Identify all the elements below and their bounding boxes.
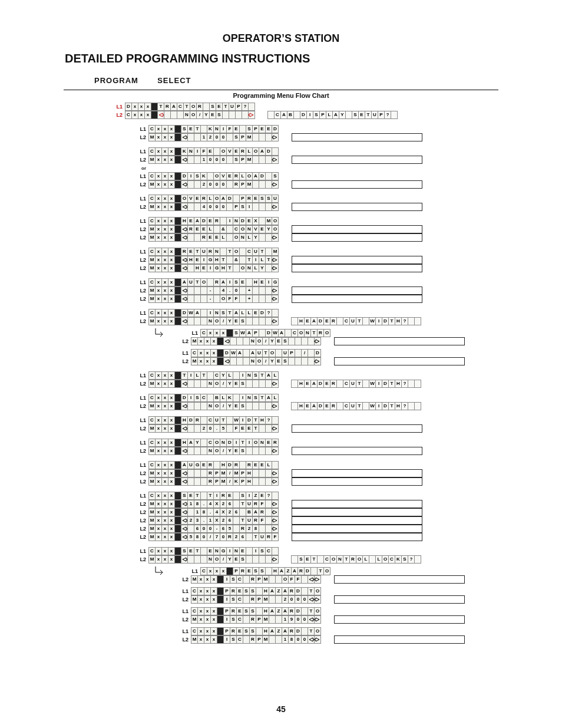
lcd-line: Mxxx NO/YES [149, 380, 279, 388]
blank-box [292, 225, 422, 233]
lcd-line: MxxxREEL & CONVEYO [149, 225, 279, 233]
row-label: L2 [112, 534, 149, 540]
lcd-line: CxxxHAY CONDITIONER [149, 439, 279, 447]
lcd-line: CxxxDISC BLK INSTAL [149, 394, 279, 402]
lcd-line: CxxxHEADER INDEX MO [149, 217, 279, 225]
subtitle: PROGRAM SELECT [94, 76, 562, 85]
row-label: L1 [112, 373, 149, 378]
row-label: L2 [88, 112, 125, 118]
row-label: L2 [112, 426, 149, 431]
row-label: L1 [112, 218, 149, 224]
flow-row: L1 CxxxHAY CONDITIONER [112, 439, 562, 447]
blank-box [334, 357, 465, 365]
flow-row: L2 MxxxISC RPM 2000 [154, 595, 562, 604]
lcd-line: MxxxISC RPM 1900 [191, 615, 321, 624]
flow-row: L2 Mxxx NO/YES HEADER CUT WIDTH? [112, 317, 562, 325]
row-label: L2 [112, 518, 149, 523]
row-label: L1 [112, 395, 149, 401]
row-label: L1 [154, 628, 191, 634]
row-label: L2 [112, 265, 149, 271]
lcd-line: MxxxHEIGHT & TILT [149, 256, 279, 264]
flow-row: L2 Mxxx RPM/MPH [112, 469, 562, 477]
blank-box [292, 508, 422, 516]
row-label: L2 [112, 257, 149, 263]
lcd-line: Mxxx - 4.0 + [149, 286, 279, 295]
row-label: L2 [112, 235, 149, 241]
blank-box [292, 469, 422, 477]
row-label: L2 [154, 338, 191, 344]
lcd-line: Mxxx23.1X26 TURF [149, 516, 279, 525]
row-label: L1 [112, 173, 149, 179]
lcd-line: CxxxPRESS HAZARD TO [201, 567, 330, 575]
blank-box [334, 635, 465, 644]
blank-box [334, 615, 465, 624]
lcd-line: CxxxTILT CYL INSTAL [149, 371, 279, 380]
row-label: L2 [154, 577, 191, 582]
flow-row: L2 Mxxx 600-65 R28 [112, 525, 562, 533]
row-label: L2 [154, 358, 191, 364]
lcd-line: Mxxx NO/YES [149, 555, 279, 564]
row-label: L2 [112, 403, 149, 409]
row-label: L2 [112, 204, 149, 210]
row-label: L1 [112, 310, 149, 316]
blank-box [334, 337, 465, 345]
flow-row: L2 MxxxREEL & CONVEYO [112, 225, 562, 233]
side-box: HEADER CUT WIDTH? [292, 402, 421, 410]
flow-row: L2 Mxxx - 4.0 + [112, 286, 562, 295]
flow-row: L2 Mxxx - OFF + [112, 295, 562, 303]
branch-icon [154, 328, 164, 338]
blank-box [292, 525, 422, 533]
flow-row: L1 CxxxKNIFE OVERLOAD [112, 147, 562, 156]
row-label: L2 [112, 448, 149, 454]
flow-row: L1 CxxxHDR CUT WIDTH? [112, 416, 562, 424]
flow-row: L2 Mxxx NO/YES [154, 337, 562, 345]
row-label: L1 [112, 149, 149, 154]
flow-row: L2 Mxxx23.1X26 TURF [112, 516, 562, 525]
row-label: L1 [112, 249, 149, 255]
row-label: L1 [112, 548, 149, 554]
blank-box [334, 575, 465, 584]
row-label: L1 [112, 417, 149, 423]
lcd-line: CxxxSET KNIFE SPEED [149, 125, 279, 133]
row-label: L2 [112, 470, 149, 476]
row-label: L2 [112, 318, 149, 324]
flow-row: L2 Mxxx NO/YES [154, 357, 562, 365]
flow-row: L1 CxxxAUGER HDR REEL [112, 461, 562, 469]
lcd-line: Mxxx 18.4X26 BAR [149, 508, 279, 516]
lcd-line: Mxxx RPM/MPH [149, 469, 279, 477]
flow-row: L2 Mxxx REEL ONLY [112, 233, 562, 242]
row-label: L2 [112, 556, 149, 562]
lcd-line: Mxxx - OFF + [149, 295, 279, 303]
flow-row: L1 CxxxRETURN TO CUT M [112, 248, 562, 256]
blank-box [292, 133, 422, 141]
lcd-line: CxxxSWAP DWA CONTRO [201, 329, 330, 337]
flow-row: L1 CxxxPRESS HAZARD TO [154, 607, 562, 615]
flow-row: L1 CxxxPRESS HAZARD TO [154, 627, 562, 635]
flow-row: L2 Cxxx NO/YES CAB DISPLAY SETUP? [88, 111, 562, 119]
lcd-line: Mxxx NO/YES [191, 337, 321, 345]
row-label: L1 [112, 493, 149, 499]
row-label: L1 [112, 196, 149, 202]
section-title: OPERATOR’S STATION [0, 32, 562, 45]
lcd-line: Mxxx NO/YES [191, 357, 321, 365]
blank-box [292, 295, 422, 303]
blank-box [292, 256, 422, 264]
main-title: DETAILED PROGRAMMING INSTRUCTIONS [65, 52, 562, 65]
row-label: L2 [112, 157, 149, 163]
flow-row: L2 Mxxx 20.5 FEET [112, 424, 562, 433]
row-label: L1 [112, 126, 149, 132]
flow-row: L1 CxxxDISK OVERLOAD S [112, 172, 562, 180]
blank-box [292, 264, 422, 272]
row-label: L2 [112, 501, 149, 507]
row-label: L2 [154, 617, 191, 622]
flow-row: L1 CxxxDWA INSTALLED? [112, 309, 562, 317]
lcd-line: Mxxx NO/YES [149, 317, 279, 325]
flow-row: L1 CxxxDISC BLK INSTAL [112, 394, 562, 402]
lcd-line: Mxxx RPM/KPH [149, 477, 279, 486]
flow-row: L2 Mxxx HEIGHT ONLY [112, 264, 562, 272]
flow-row: L2 Mxxx 1200 SPM [112, 133, 562, 141]
lcd-line: CxxxSET TIRE SIZE? [149, 492, 279, 500]
side-box: SET CONTROL LOCKS? [292, 555, 421, 564]
lcd-line: CxxxDWA INSTALLED? [149, 309, 279, 317]
side-box: HEADER CUT WIDTH? [292, 317, 421, 325]
